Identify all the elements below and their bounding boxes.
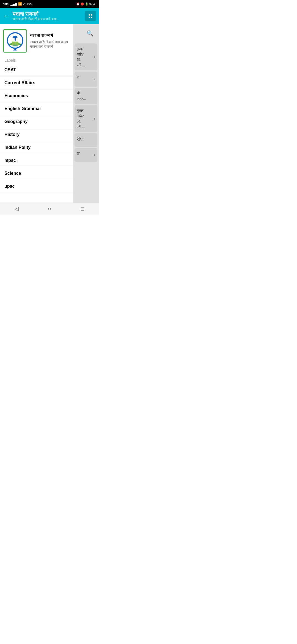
logo-title: यशाचा राजमार्ग xyxy=(30,33,70,38)
card-2-text: क xyxy=(77,74,95,80)
right-card-6[interactable]: त" › xyxy=(75,148,97,162)
menu-item-science[interactable]: Science xyxy=(0,167,73,180)
nav-home-button[interactable]: ○ xyxy=(41,203,58,215)
svg-text:यशाचा: यशाचा xyxy=(13,48,17,50)
right-card-5[interactable]: रीक्षा xyxy=(75,133,97,147)
right-card-1[interactable]: नुसारआहे?51पती ... › xyxy=(75,43,97,70)
card-4-text: नुसारआहे?51पती ... xyxy=(77,108,95,129)
status-left: airtel ▂▄▆ 📶 25 B/s xyxy=(3,2,32,6)
drawer-panel: यशाचा राजमार्ग यशाचा राजमार्ग सातत्य आणि… xyxy=(0,24,73,203)
wifi-icon: 📶 xyxy=(18,2,22,6)
battery-icon: 🔋 xyxy=(85,2,88,6)
bluetooth-icon: 🔴 xyxy=(81,2,84,6)
bottom-nav: ◁ ○ □ xyxy=(0,203,99,215)
right-card-3[interactable]: ची>>>... xyxy=(75,88,97,104)
search-button[interactable]: 🔍 xyxy=(84,28,96,39)
search-icon: 🔍 xyxy=(87,30,94,37)
menu-item-indian-polity[interactable]: Indian Polity xyxy=(0,141,73,154)
menu-item-current-affairs[interactable]: Current Affairs xyxy=(0,77,73,89)
right-card-4[interactable]: नुसारआहे?51पती ... › xyxy=(75,105,97,132)
nav-back-icon: ◁ xyxy=(15,206,19,212)
logo-subtitle: सातत्य आणि चिकाटी हाच असतो यशाचा खरा राज… xyxy=(30,40,70,49)
svg-text:राजमार्ग: राजमार्ग xyxy=(13,50,17,51)
status-bar: airtel ▂▄▆ 📶 25 B/s ⏰ 🔴 🔋 02:30 xyxy=(0,0,99,8)
carrier-label: airtel xyxy=(3,2,9,6)
menu-icon: ☷ xyxy=(88,13,93,19)
nav-recent-button[interactable]: □ xyxy=(74,203,91,215)
app-title: यशाचा राजमार्ग xyxy=(13,11,85,17)
back-button[interactable]: ← xyxy=(3,12,9,20)
logo-text-container: यशाचा राजमार्ग सातत्य आणि चिकाटी हाच असत… xyxy=(30,33,70,49)
logo-container: यशाचा राजमार्ग xyxy=(3,29,27,53)
nav-recent-icon: □ xyxy=(81,206,84,212)
card-6-arrow-icon: › xyxy=(94,152,95,157)
search-area: 🔍 xyxy=(73,24,99,42)
card-1-arrow-icon: › xyxy=(94,54,95,59)
svg-marker-4 xyxy=(12,36,18,38)
menu-item-mpsc[interactable]: mpsc xyxy=(0,154,73,167)
data-speed: 25 B/s xyxy=(23,2,32,6)
labels-header: Labels xyxy=(0,56,73,64)
svg-point-6 xyxy=(15,40,16,41)
right-content-panel: 🔍 नुसारआहे?51पती ... › क › ची>>>... नुसा… xyxy=(73,24,99,203)
top-bar: ← यशाचा राजमार्ग सातत्य आणि चिकाटी हाच अ… xyxy=(0,8,99,24)
menu-item-history[interactable]: History xyxy=(0,128,73,141)
card-4-arrow-icon: › xyxy=(94,116,95,121)
menu-button[interactable]: ☷ xyxy=(85,11,96,21)
status-right: ⏰ 🔴 🔋 02:30 xyxy=(76,2,96,6)
nav-home-icon: ○ xyxy=(48,206,51,212)
alarm-icon: ⏰ xyxy=(76,2,79,6)
menu-item-geography[interactable]: Geography xyxy=(0,115,73,128)
logo-image: यशाचा राजमार्ग xyxy=(4,30,26,52)
main-container: यशाचा राजमार्ग यशाचा राजमार्ग सातत्य आणि… xyxy=(0,24,99,203)
card-3-text: ची>>>... xyxy=(77,91,95,101)
top-bar-title-container: यशाचा राजमार्ग सातत्य आणि चिकाटी हाच असत… xyxy=(13,11,85,21)
card-5-text: रीक्षा xyxy=(77,136,95,143)
menu-list: CSAT Current Affairs Economics English G… xyxy=(0,64,73,193)
card-6-text: त" xyxy=(77,151,95,156)
menu-item-upsc[interactable]: upsc xyxy=(0,180,73,193)
card-2-arrow-icon: › xyxy=(94,77,95,82)
menu-item-english-grammar[interactable]: English Grammar xyxy=(0,102,73,115)
app-subtitle: सातत्य आणि चिकाटी हाच असतो यशा... xyxy=(13,17,85,21)
menu-item-economics[interactable]: Economics xyxy=(0,89,73,102)
right-card-2[interactable]: क › xyxy=(75,72,97,87)
nav-back-button[interactable]: ◁ xyxy=(8,203,25,215)
signal-icon: ▂▄▆ xyxy=(10,2,17,6)
logo-section: यशाचा राजमार्ग यशाचा राजमार्ग सातत्य आणि… xyxy=(0,24,73,56)
menu-item-csat[interactable]: CSAT xyxy=(0,64,73,77)
time-label: 02:30 xyxy=(89,2,96,6)
card-1-text: नुसारआहे?51पती ... xyxy=(77,46,95,68)
